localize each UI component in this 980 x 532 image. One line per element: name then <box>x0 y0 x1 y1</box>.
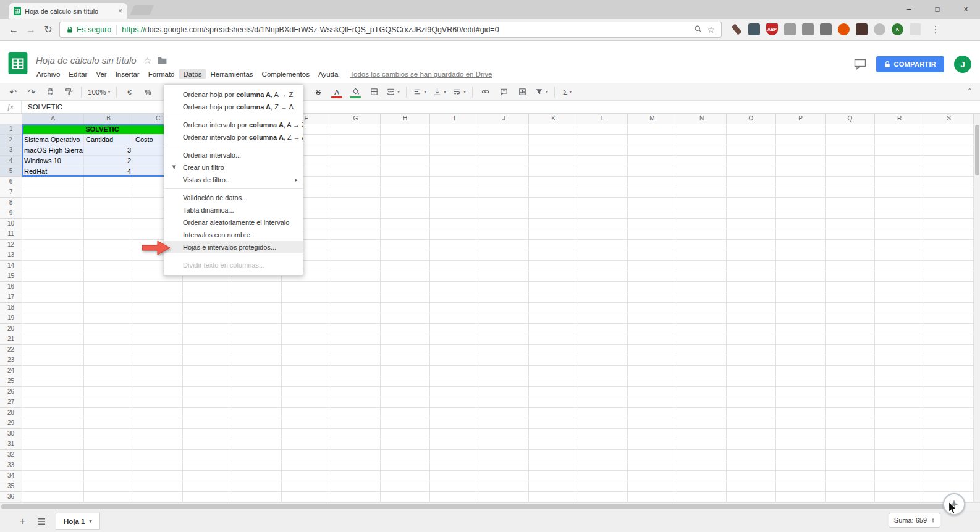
cell-R26[interactable] <box>875 387 924 397</box>
row-header-27[interactable]: 27 <box>0 397 22 408</box>
row-header-17[interactable]: 17 <box>0 292 22 303</box>
cell-N22[interactable] <box>677 345 727 355</box>
row-header-22[interactable]: 22 <box>0 345 22 355</box>
cell-G32[interactable] <box>331 450 381 460</box>
cell-Q10[interactable] <box>826 219 875 229</box>
cell-B6[interactable] <box>84 177 133 187</box>
cell-O23[interactable] <box>727 355 776 366</box>
row-header-9[interactable]: 9 <box>0 208 22 219</box>
cell-H20[interactable] <box>381 324 430 334</box>
horizontal-scrollbar-thumb[interactable] <box>1 504 948 509</box>
cell-I22[interactable] <box>430 345 479 355</box>
cell-G11[interactable] <box>331 229 381 240</box>
cell-H30[interactable] <box>381 429 430 439</box>
cell-R30[interactable] <box>875 429 924 439</box>
cell-H25[interactable] <box>381 376 430 387</box>
column-header-K[interactable]: K <box>529 114 578 124</box>
cell-R34[interactable] <box>875 471 924 481</box>
cell-B8[interactable] <box>84 198 133 208</box>
cell-P33[interactable] <box>776 460 826 471</box>
cell-N34[interactable] <box>677 471 727 481</box>
cell-P18[interactable] <box>776 303 826 313</box>
cell-Q12[interactable] <box>826 240 875 250</box>
cell-C25[interactable] <box>133 376 183 387</box>
cell-K4[interactable] <box>529 156 578 166</box>
cell-G15[interactable] <box>331 271 381 282</box>
cell-H19[interactable] <box>381 313 430 324</box>
avatar[interactable]: J <box>954 56 971 73</box>
cell-B24[interactable] <box>84 366 133 376</box>
cell-E34[interactable] <box>232 471 282 481</box>
cell-K19[interactable] <box>529 313 578 324</box>
add-sheet-button[interactable]: + <box>14 515 32 528</box>
fill-color-button[interactable] <box>347 85 364 99</box>
cell-D30[interactable] <box>183 429 232 439</box>
cell-K8[interactable] <box>529 198 578 208</box>
cell-O17[interactable] <box>727 292 776 303</box>
row-header-7[interactable]: 7 <box>0 187 22 198</box>
cell-D22[interactable] <box>183 345 232 355</box>
cell-A21[interactable] <box>22 334 84 345</box>
cell-R35[interactable] <box>875 481 924 492</box>
cell-R23[interactable] <box>875 355 924 366</box>
cell-L33[interactable] <box>578 460 628 471</box>
cell-Q9[interactable] <box>826 208 875 219</box>
cell-B30[interactable] <box>84 429 133 439</box>
cell-H14[interactable] <box>381 261 430 271</box>
cell-A36[interactable] <box>22 492 84 502</box>
cell-D35[interactable] <box>183 481 232 492</box>
cell-Q6[interactable] <box>826 177 875 187</box>
cell-B13[interactable] <box>84 250 133 261</box>
cell-H3[interactable] <box>381 145 430 156</box>
column-header-Q[interactable]: Q <box>826 114 875 124</box>
cell-R7[interactable] <box>875 187 924 198</box>
cell-G20[interactable] <box>331 324 381 334</box>
row-header-23[interactable]: 23 <box>0 355 22 366</box>
column-header-L[interactable]: L <box>578 114 628 124</box>
cell-M22[interactable] <box>628 345 677 355</box>
cell-N5[interactable] <box>677 166 727 177</box>
cell-S5[interactable] <box>924 166 974 177</box>
close-button[interactable]: × <box>952 0 980 18</box>
cell-G30[interactable] <box>331 429 381 439</box>
insert-link-button[interactable] <box>476 85 494 99</box>
cell-K36[interactable] <box>529 492 578 502</box>
cell-G35[interactable] <box>331 481 381 492</box>
cell-S26[interactable] <box>924 387 974 397</box>
formula-input[interactable]: SOLVETIC <box>22 103 62 111</box>
row-header-29[interactable]: 29 <box>0 418 22 429</box>
cell-H18[interactable] <box>381 303 430 313</box>
cell-I36[interactable] <box>430 492 479 502</box>
cell-Q3[interactable] <box>826 145 875 156</box>
column-header-R[interactable]: R <box>875 114 924 124</box>
column-header-P[interactable]: P <box>776 114 826 124</box>
cell-G2[interactable] <box>331 135 381 145</box>
cell-H23[interactable] <box>381 355 430 366</box>
cell-F25[interactable] <box>282 376 331 387</box>
cell-L23[interactable] <box>578 355 628 366</box>
cell-M32[interactable] <box>628 450 677 460</box>
cell-M14[interactable] <box>628 261 677 271</box>
cell-K12[interactable] <box>529 240 578 250</box>
cell-A35[interactable] <box>22 481 84 492</box>
cell-Q33[interactable] <box>826 460 875 471</box>
row-header-15[interactable]: 15 <box>0 271 22 282</box>
cell-M5[interactable] <box>628 166 677 177</box>
cell-C23[interactable] <box>133 355 183 366</box>
cell-M35[interactable] <box>628 481 677 492</box>
cell-L4[interactable] <box>578 156 628 166</box>
cell-J18[interactable] <box>479 303 529 313</box>
cell-I35[interactable] <box>430 481 479 492</box>
cell-D26[interactable] <box>183 387 232 397</box>
format-percent-button[interactable]: % <box>139 85 156 99</box>
cell-J34[interactable] <box>479 471 529 481</box>
cell-P24[interactable] <box>776 366 826 376</box>
star-document-icon[interactable]: ☆ <box>144 56 152 65</box>
cell-G31[interactable] <box>331 439 381 450</box>
row-header-14[interactable]: 14 <box>0 261 22 271</box>
cell-K16[interactable] <box>529 282 578 292</box>
vertical-scrollbar[interactable] <box>974 114 980 502</box>
cell-P25[interactable] <box>776 376 826 387</box>
row-header-8[interactable]: 8 <box>0 198 22 208</box>
cell-A8[interactable] <box>22 198 84 208</box>
